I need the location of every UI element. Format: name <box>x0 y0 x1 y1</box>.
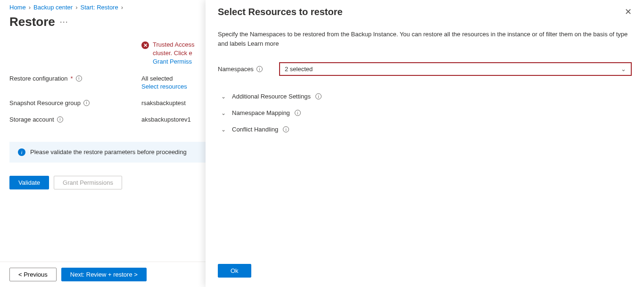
info-icon[interactable]: i <box>315 93 322 99</box>
grant-permissions-button: Grant Permissions <box>54 176 122 189</box>
info-icon[interactable]: i <box>76 75 82 82</box>
select-resources-link[interactable]: Select resources <box>141 83 187 90</box>
additional-resource-settings-section[interactable]: ⌄ Additional Resource Settings i <box>218 88 632 105</box>
chevron-down-icon: ⌄ <box>220 93 227 100</box>
info-icon[interactable]: i <box>295 110 301 116</box>
chevron-right-icon: › <box>121 4 123 11</box>
chevron-down-icon: ⌄ <box>220 110 227 116</box>
select-resources-panel: Select Resources to restore ✕ Specify th… <box>206 0 644 287</box>
snapshot-rg-value: rsaksbackuptest <box>141 99 186 107</box>
panel-title: Select Resources to restore <box>218 7 343 17</box>
conflict-handling-label: Conflict Handling <box>232 126 278 133</box>
breadcrumb-start-restore[interactable]: Start: Restore <box>80 4 118 11</box>
panel-description: Specify the Namespaces to be restored fr… <box>218 30 632 48</box>
restore-config-value: All selected <box>141 75 187 82</box>
info-icon[interactable]: i <box>283 126 289 132</box>
info-icon[interactable]: i <box>256 66 263 72</box>
info-bar-text: Please validate the restore parameters b… <box>30 148 187 156</box>
info-icon[interactable]: i <box>83 100 90 106</box>
error-icon: ✕ <box>141 41 149 49</box>
conflict-handling-section[interactable]: ⌄ Conflict Handling i <box>218 121 632 138</box>
page-title: Restore <box>9 15 55 29</box>
storage-account-value: aksbackupstorev1 <box>141 116 191 123</box>
namespaces-label: Namespaces <box>218 66 254 73</box>
snapshot-rg-label: Snapshot Resource group <box>9 99 81 107</box>
storage-account-label: Storage account <box>9 116 54 123</box>
previous-button[interactable]: < Previous <box>9 268 57 281</box>
grant-permissions-link[interactable]: Grant Permiss <box>153 58 192 65</box>
additional-resource-settings-label: Additional Resource Settings <box>232 93 311 100</box>
next-button[interactable]: Next: Review + restore > <box>61 268 147 281</box>
ok-button[interactable]: Ok <box>218 264 251 278</box>
validate-button[interactable]: Validate <box>9 176 49 189</box>
chevron-right-icon: › <box>75 4 77 11</box>
required-asterisk: * <box>71 75 73 82</box>
breadcrumb-home[interactable]: Home <box>9 4 26 11</box>
restore-config-label: Restore configuration <box>9 75 68 82</box>
namespaces-value: 2 selected <box>285 66 313 73</box>
chevron-down-icon: ⌄ <box>621 66 626 73</box>
error-text-line2: cluster. Click e <box>153 49 192 57</box>
namespace-mapping-section[interactable]: ⌄ Namespace Mapping i <box>218 105 632 121</box>
close-icon[interactable]: ✕ <box>625 7 632 17</box>
breadcrumb-backup-center[interactable]: Backup center <box>33 4 73 11</box>
error-text-line1: Trusted Access <box>153 41 194 48</box>
namespace-mapping-label: Namespace Mapping <box>232 109 290 116</box>
namespaces-dropdown[interactable]: 2 selected ⌄ <box>279 62 632 76</box>
info-icon: i <box>18 148 25 156</box>
more-actions-button[interactable]: ··· <box>60 17 68 27</box>
info-icon[interactable]: i <box>57 116 63 123</box>
chevron-down-icon: ⌄ <box>220 126 227 133</box>
chevron-right-icon: › <box>29 4 31 11</box>
